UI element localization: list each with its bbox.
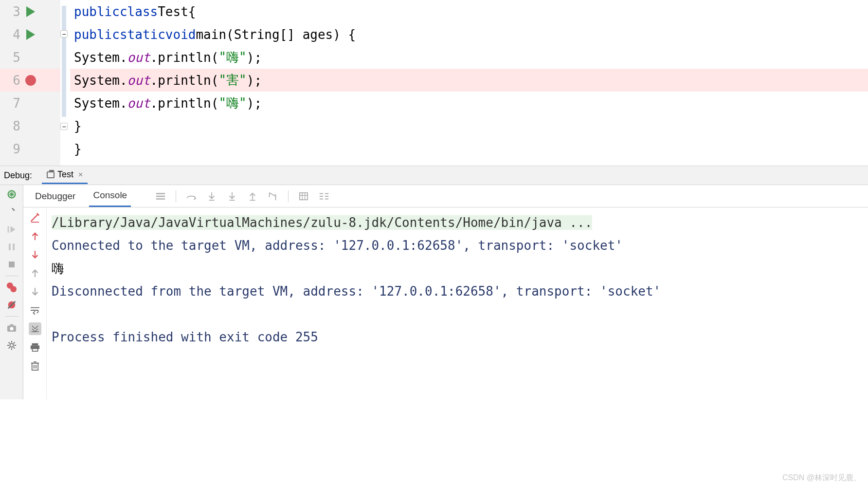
settings-icon[interactable]: [5, 206, 18, 218]
gutter-row-5[interactable]: 5: [0, 46, 60, 69]
code-line-4[interactable]: public static void main(String[] ages) {: [70, 23, 868, 46]
svg-rect-3: [13, 244, 15, 250]
code-line-8[interactable]: }: [70, 114, 868, 137]
debug-left-rail: [0, 185, 23, 399]
debug-label: Debug:: [4, 170, 32, 181]
force-step-into-icon[interactable]: [227, 191, 237, 202]
evaluate-icon[interactable]: [298, 191, 309, 202]
up-stack-icon[interactable]: [29, 230, 41, 243]
command-line: /Library/Java/JavaVirtualMachines/zulu-8…: [52, 215, 592, 230]
gutter-row-4[interactable]: 4: [0, 23, 60, 46]
watermark: CSDN @林深时见鹿、: [782, 473, 861, 483]
run-to-cursor-icon[interactable]: [268, 191, 278, 202]
run-icon[interactable]: [20, 6, 41, 17]
gutter-row-7[interactable]: 7: [0, 92, 60, 114]
pause-icon[interactable]: [5, 241, 18, 253]
line-number: 4: [6, 27, 20, 42]
camera-icon[interactable]: [5, 321, 18, 334]
debug-session-tab[interactable]: Test ×: [42, 167, 88, 184]
threads-icon[interactable]: [155, 191, 166, 202]
resume-icon[interactable]: [5, 223, 18, 236]
svg-rect-4: [9, 262, 15, 267]
console-output[interactable]: /Library/Java/JavaVirtualMachines/zulu-8…: [47, 207, 868, 399]
rerun-debug-icon[interactable]: [5, 188, 18, 201]
fold-strip: − −: [60, 0, 70, 166]
svg-rect-14: [250, 200, 255, 201]
step-out-icon[interactable]: [247, 191, 258, 202]
gutter-row-8[interactable]: 8: [0, 114, 60, 137]
tab-debugger[interactable]: Debugger: [31, 186, 79, 206]
exit-code-line: Process finished with exit code 255: [52, 326, 863, 349]
trace-icon[interactable]: [319, 191, 329, 202]
code-line-9[interactable]: }: [70, 137, 868, 160]
tab-console[interactable]: Console: [89, 185, 131, 207]
stdout-line: 嗨: [52, 257, 863, 280]
svg-rect-2: [9, 244, 11, 250]
code-line-7[interactable]: System.out.println("嗨");: [70, 92, 868, 114]
gutter-row-3[interactable]: 3: [0, 0, 60, 23]
svg-rect-10: [10, 324, 13, 326]
fold-handle-top[interactable]: −: [60, 30, 68, 38]
clear-icon[interactable]: [29, 359, 41, 372]
mute-breakpoints-icon[interactable]: [5, 299, 18, 311]
line-number: 9: [6, 142, 20, 156]
line-number: 8: [6, 119, 20, 133]
svg-point-11: [10, 343, 13, 347]
debug-toolwindow-bar: Debug: Test ×: [0, 166, 868, 185]
gutter-row-9[interactable]: 9: [0, 137, 60, 160]
print-icon[interactable]: [29, 341, 41, 354]
code-line-5[interactable]: System.out.println("嗨");: [70, 46, 868, 69]
debug-tabs: Debugger Console: [23, 185, 868, 207]
line-number: 3: [6, 4, 20, 19]
debug-session-name: Test: [57, 169, 73, 180]
console-body: /Library/Java/JavaVirtualMachines/zulu-8…: [23, 207, 868, 399]
step-into-icon[interactable]: [206, 191, 217, 202]
svg-point-6: [10, 286, 17, 292]
down-stack-icon[interactable]: [29, 248, 41, 261]
svg-rect-12: [209, 200, 215, 201]
svg-point-9: [10, 327, 13, 330]
run-icon[interactable]: [20, 29, 41, 40]
debug-panel: Debugger Console: [0, 185, 868, 399]
svg-rect-1: [7, 226, 8, 232]
svg-rect-13: [230, 200, 235, 201]
svg-rect-15: [275, 194, 276, 200]
line-number: 7: [6, 96, 20, 111]
breakpoint-icon[interactable]: [20, 75, 41, 86]
vm-disconnected-line: Disconnected from the target VM, address…: [52, 280, 863, 303]
code-area[interactable]: public class Test { public static void m…: [70, 0, 868, 166]
line-number: 5: [6, 50, 20, 65]
vm-connected-line: Connected to the target VM, address: '12…: [52, 234, 863, 257]
editor-area: 3 4 5 6 7 8 9 − − pub: [0, 0, 868, 166]
application-icon: [47, 171, 54, 178]
scroll-to-end-icon[interactable]: [29, 322, 41, 335]
gutter-row-6[interactable]: 6: [0, 69, 60, 92]
scroll-up-icon[interactable]: [29, 267, 41, 280]
code-line-6[interactable]: System.out.println("害");: [70, 69, 868, 92]
svg-rect-16: [300, 192, 307, 199]
console-wrap: Debugger Console: [23, 185, 868, 399]
code-line-3[interactable]: public class Test {: [70, 0, 868, 23]
view-breakpoints-icon[interactable]: [5, 281, 18, 294]
edit-source-icon[interactable]: [29, 211, 41, 224]
close-icon[interactable]: ×: [78, 170, 83, 179]
stop-icon[interactable]: [5, 258, 18, 271]
line-number: 6: [6, 73, 20, 88]
soft-wrap-icon[interactable]: [29, 304, 41, 317]
gutter: 3 4 5 6 7 8 9: [0, 0, 60, 166]
svg-rect-17: [31, 331, 38, 332]
settings-gear-icon[interactable]: [5, 339, 18, 352]
svg-rect-18: [32, 343, 38, 346]
console-rail: [23, 207, 47, 399]
step-over-icon[interactable]: [186, 191, 197, 202]
scroll-down-icon[interactable]: [29, 285, 41, 298]
fold-handle-bottom[interactable]: −: [60, 123, 68, 130]
